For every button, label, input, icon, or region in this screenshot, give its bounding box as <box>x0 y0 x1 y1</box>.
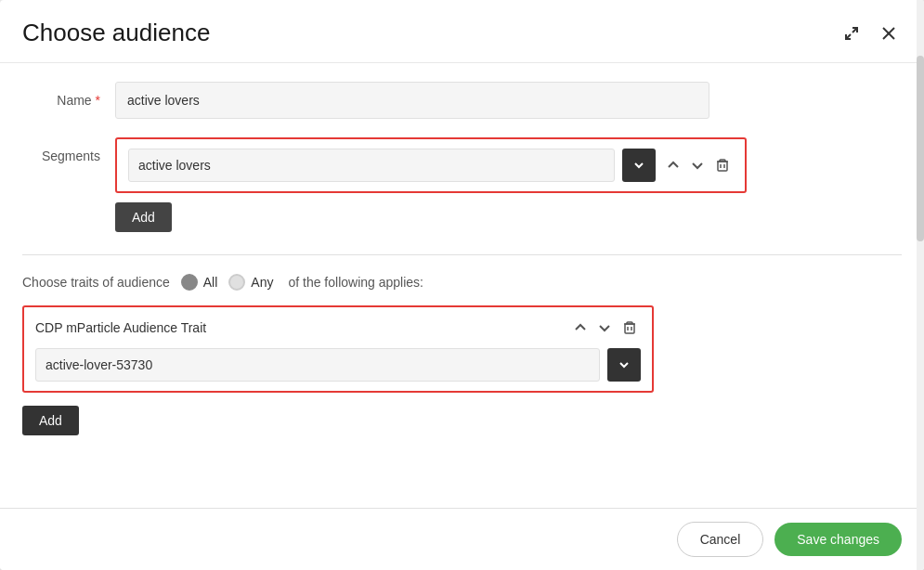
toggle-any-label: Any <box>251 275 273 290</box>
trait-dropdown-button[interactable] <box>607 348 641 382</box>
traits-intro-text: Choose traits of audience <box>22 275 170 290</box>
segments-content: active lovers <box>115 137 747 232</box>
trait-item: CDP mParticle Audience Trait <box>22 305 654 393</box>
svg-rect-4 <box>718 162 727 171</box>
trait-name: CDP mParticle Audience Trait <box>35 320 206 335</box>
scrollbar[interactable] <box>917 0 924 570</box>
trait-item-container: CDP mParticle Audience Trait <box>22 305 654 435</box>
segments-label: Segments <box>22 137 115 163</box>
traits-add-container: Add <box>22 393 654 435</box>
trait-move-down-button[interactable] <box>594 317 615 338</box>
trait-move-up-button[interactable] <box>570 317 591 338</box>
close-button[interactable] <box>876 20 902 46</box>
trait-dropdown-row: active-lover-53730 <box>35 348 641 382</box>
dialog-header: Choose audience <box>0 0 924 63</box>
traits-toggle-group: All Any <box>181 274 274 291</box>
trait-value-select[interactable]: active-lover-53730 <box>35 348 600 382</box>
segments-add-button[interactable]: Add <box>115 202 172 232</box>
trait-delete-button[interactable] <box>618 317 641 339</box>
svg-rect-7 <box>625 324 634 333</box>
scrollbar-thumb[interactable] <box>917 56 924 241</box>
segments-row: Segments active lovers <box>22 137 902 232</box>
traits-add-button[interactable]: Add <box>22 406 79 435</box>
toggle-any-radio[interactable] <box>228 274 245 291</box>
save-changes-button[interactable]: Save changes <box>774 523 902 556</box>
cancel-button[interactable]: Cancel <box>677 522 764 557</box>
segment-item: active lovers <box>115 137 747 193</box>
name-label: Name * <box>22 93 115 108</box>
segment-delete-button[interactable] <box>711 154 734 176</box>
dialog-title: Choose audience <box>22 19 210 47</box>
choose-audience-dialog: Choose audience Name <box>0 0 924 570</box>
toggle-all-option[interactable]: All <box>181 274 218 291</box>
segment-dropdown-button[interactable] <box>622 149 656 182</box>
name-row: Name * <box>22 82 902 119</box>
maximize-button[interactable] <box>839 20 865 46</box>
traits-header: Choose traits of audience All Any of the… <box>22 274 902 291</box>
toggle-any-option[interactable]: Any <box>228 274 273 291</box>
segment-select[interactable]: active lovers <box>128 149 615 182</box>
toggle-all-label: All <box>203 275 218 290</box>
trait-header-row: CDP mParticle Audience Trait <box>35 317 641 339</box>
name-input[interactable] <box>115 82 709 119</box>
header-actions <box>839 20 902 46</box>
required-indicator: * <box>96 93 100 108</box>
segment-move-up-button[interactable] <box>663 155 683 175</box>
trait-controls <box>570 317 641 339</box>
following-text: of the following applies: <box>288 275 423 290</box>
traits-section: Choose traits of audience All Any of the… <box>22 254 902 435</box>
dialog-footer: Cancel Save changes <box>0 508 924 570</box>
segment-dropdown: active lovers <box>128 149 656 182</box>
segment-controls <box>663 154 734 176</box>
dialog-body: Name * Segments active lovers <box>0 63 924 508</box>
segment-move-down-button[interactable] <box>687 155 708 175</box>
toggle-all-radio[interactable] <box>181 274 198 291</box>
